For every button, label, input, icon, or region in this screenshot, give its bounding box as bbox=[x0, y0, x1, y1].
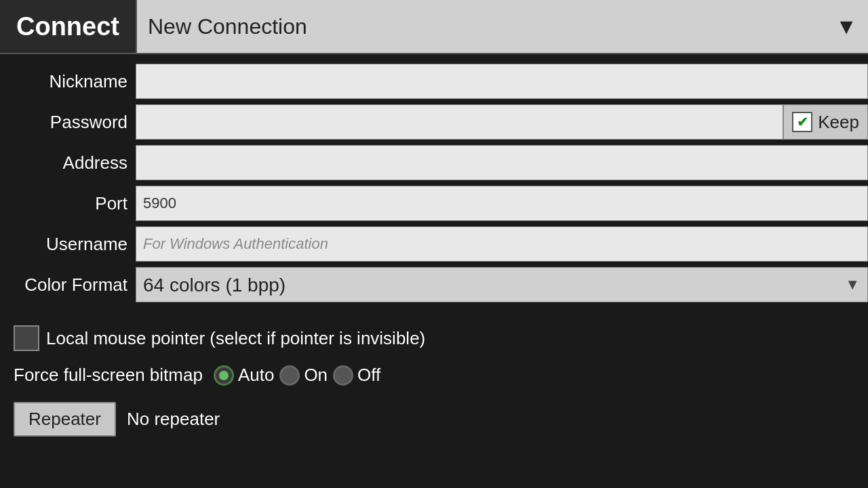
color-format-label: Color Format bbox=[0, 274, 136, 296]
radio-auto-label: Auto bbox=[238, 365, 275, 386]
password-row: Password ✔ Keep bbox=[0, 103, 868, 141]
repeater-row: Repeater No repeater bbox=[14, 402, 854, 436]
force-bitmap-label: Force full-screen bitmap bbox=[14, 365, 203, 386]
radio-auto-inner bbox=[219, 371, 229, 380]
radio-off-button[interactable] bbox=[333, 365, 353, 386]
color-format-select[interactable]: 64 colors (1 bpp) 256 colors (2 bpp) Low… bbox=[136, 267, 868, 302]
connect-button[interactable]: Connect bbox=[0, 0, 137, 53]
username-input[interactable] bbox=[136, 226, 868, 262]
checkmark-icon: ✔ bbox=[797, 114, 808, 130]
keep-checkbox-area[interactable]: ✔ Keep bbox=[783, 104, 868, 140]
port-label: Port bbox=[0, 193, 136, 214]
force-bitmap-row: Force full-screen bitmap Auto On Off bbox=[14, 365, 854, 386]
username-row: Username bbox=[0, 225, 868, 263]
radio-on-label: On bbox=[304, 365, 328, 386]
radio-on[interactable]: On bbox=[279, 365, 328, 386]
nickname-row: Nickname bbox=[0, 62, 868, 100]
local-mouse-row: Local mouse pointer (select if pointer i… bbox=[14, 325, 854, 351]
form-area: Nickname Password ✔ Keep Address Port Us… bbox=[0, 54, 868, 314]
options-area: Local mouse pointer (select if pointer i… bbox=[0, 314, 868, 447]
radio-off-label: Off bbox=[357, 365, 380, 386]
connection-dropdown[interactable]: New Connection ▼ bbox=[137, 0, 868, 53]
color-format-wrapper: 64 colors (1 bpp) 256 colors (2 bpp) Low… bbox=[136, 267, 868, 302]
radio-auto[interactable]: Auto bbox=[214, 365, 275, 386]
nickname-input[interactable] bbox=[136, 64, 868, 99]
password-wrapper: ✔ Keep bbox=[136, 104, 868, 140]
password-input[interactable] bbox=[136, 104, 783, 140]
port-row: Port bbox=[0, 184, 868, 222]
port-input[interactable] bbox=[136, 186, 868, 221]
color-format-row: Color Format 64 colors (1 bpp) 256 color… bbox=[0, 266, 868, 304]
address-label: Address bbox=[0, 152, 136, 174]
address-input[interactable] bbox=[136, 145, 868, 180]
username-label: Username bbox=[0, 234, 136, 255]
local-mouse-label: Local mouse pointer (select if pointer i… bbox=[46, 328, 425, 349]
password-label: Password bbox=[0, 112, 136, 133]
nickname-label: Nickname bbox=[0, 71, 136, 92]
keep-checkbox[interactable]: ✔ bbox=[792, 112, 812, 132]
radio-on-button[interactable] bbox=[279, 365, 300, 386]
header: Connect New Connection ▼ bbox=[0, 0, 868, 54]
address-row: Address bbox=[0, 144, 868, 182]
radio-auto-button[interactable] bbox=[214, 365, 234, 386]
radio-off[interactable]: Off bbox=[333, 365, 380, 386]
dropdown-arrow-icon: ▼ bbox=[835, 14, 857, 39]
local-mouse-checkbox[interactable] bbox=[14, 325, 39, 351]
keep-label: Keep bbox=[818, 112, 859, 133]
connection-name: New Connection bbox=[148, 14, 307, 39]
repeater-button[interactable]: Repeater bbox=[14, 402, 116, 436]
repeater-value: No repeater bbox=[127, 409, 220, 430]
